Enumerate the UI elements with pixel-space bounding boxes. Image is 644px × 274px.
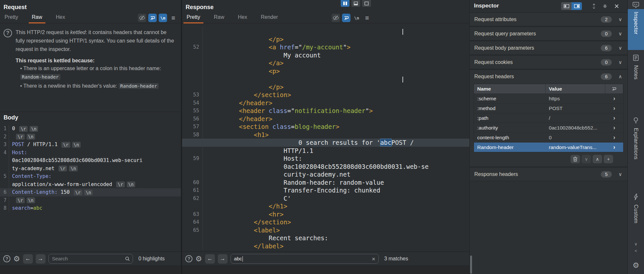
response-code-line[interactable] — [182, 27, 469, 35]
chevron-right-icon[interactable]: › — [605, 105, 623, 112]
move-up-button[interactable]: ∧ — [593, 155, 602, 163]
inspector-section-header-request-cookies[interactable]: Request cookies0∨ — [470, 56, 627, 69]
response-tab-render[interactable]: Render — [260, 13, 278, 23]
rail-tab-inspector[interactable]: Inspector — [628, 9, 644, 50]
response-code-line[interactable]: 55 <header class="notification-header"> — [182, 107, 469, 115]
chevron-right-icon[interactable]: › — [605, 134, 623, 141]
request-code-line[interactable]: 4Host: — [0, 149, 181, 157]
response-code-line[interactable]: curity-academy.net — [182, 170, 469, 179]
response-code-line[interactable]: 53 </section> — [182, 91, 469, 99]
chevron-down-icon[interactable]: ∨ — [618, 17, 623, 22]
response-search-input[interactable]: abc × — [230, 254, 379, 264]
request-code-line[interactable]: 10 \r\n — [0, 125, 181, 133]
request-tab-pretty[interactable]: Pretty — [4, 13, 19, 23]
chevron-up-icon[interactable]: ∧ — [618, 74, 623, 80]
request-tab-raw[interactable]: Raw — [31, 13, 43, 23]
response-code-line[interactable]: </p> — [182, 35, 469, 44]
hide-nonprintable-icon[interactable] — [138, 14, 146, 22]
previous-match-button[interactable]: ← — [23, 254, 33, 264]
request-code-line[interactable]: 8search=abc — [0, 204, 181, 212]
response-code-line[interactable]: 64 </section> — [182, 218, 469, 226]
response-code-line[interactable]: 58 <h1> — [182, 131, 469, 139]
response-code-line[interactable]: HTTP/1.1 — [182, 147, 469, 155]
chevron-right-icon[interactable]: › — [605, 115, 623, 121]
column-header-value[interactable]: Value — [545, 84, 605, 93]
response-code-line[interactable]: My account — [182, 51, 469, 59]
response-code-line[interactable]: </h1> — [182, 202, 469, 210]
rail-tab-notes[interactable]: Notes — [628, 52, 644, 88]
response-code-line[interactable] — [182, 75, 469, 83]
request-code-line[interactable]: ty-academy.net \r\n — [0, 165, 181, 173]
response-code-line[interactable]: </label> — [182, 242, 469, 250]
response-code-line[interactable]: 59 Host: — [182, 155, 469, 163]
column-header-name[interactable]: Name — [474, 84, 545, 93]
header-row-path[interactable]: :path/› — [474, 113, 623, 123]
delete-header-button[interactable] — [571, 155, 580, 163]
word-wrap-icon[interactable] — [342, 14, 350, 22]
response-code-line[interactable]: 60 Random-header: random-value — [182, 179, 469, 187]
collapse-all-icon[interactable] — [602, 2, 608, 10]
columns-layout-button[interactable] — [341, 0, 349, 7]
request-code-line[interactable]: 0ac10028048cb552808d03c600bd0031.web-sec… — [0, 156, 181, 165]
header-row-Random-header[interactable]: Random-headerrandom-valueTrans...› — [474, 142, 623, 152]
chevron-down-icon[interactable]: ∨ — [618, 59, 623, 65]
editor-menu-icon[interactable]: ≡ — [169, 14, 177, 22]
chevron-right-icon[interactable]: › — [605, 95, 623, 102]
header-row-authority[interactable]: :authority0ac10028048cb552...› — [474, 123, 623, 132]
response-code-line[interactable]: 0ac10028048cb552808d03c600bd0031.web-se — [182, 163, 469, 171]
chevron-down-icon[interactable]: ∨ — [618, 45, 623, 51]
response-code-line[interactable]: 52 <a href="/my-account"> — [182, 43, 469, 51]
response-code-line[interactable]: 57 <section class=blog-header> — [182, 123, 469, 131]
request-code-line[interactable]: 5Content-Type: — [0, 172, 181, 181]
help-icon[interactable]: ? — [4, 29, 12, 37]
add-header-button[interactable]: + — [604, 155, 613, 163]
chevron-down-icon[interactable]: ∨ — [618, 171, 623, 177]
rail-tab-explanations[interactable]: Explanations — [628, 114, 644, 181]
maximize-pane-button[interactable] — [362, 0, 371, 7]
request-code-line[interactable]: 7 \r\n — [0, 196, 181, 205]
inspector-section-header-request-body-parameters[interactable]: Request body parameters6∨ — [470, 41, 627, 55]
response-code-line[interactable]: 61 Transfer-Encoding: chunked — [182, 186, 469, 194]
inspector-section-header-request-headers[interactable]: Request headers6∧ — [470, 70, 627, 83]
chevron-right-icon[interactable]: › — [605, 144, 623, 151]
inspector-section-header-request-attributes[interactable]: Request attributes2∨ — [470, 13, 627, 26]
request-code-line[interactable]: 2 \r\n — [0, 133, 181, 141]
help-icon[interactable]: ? — [3, 255, 10, 262]
help-icon[interactable]: ? — [185, 255, 192, 262]
request-search-input[interactable] — [48, 254, 133, 264]
move-down-button[interactable]: ∨ — [582, 155, 591, 163]
chevron-right-icon[interactable]: › — [605, 124, 623, 131]
response-tab-raw[interactable]: Raw — [213, 13, 225, 23]
show-newlines-icon[interactable]: \n — [352, 14, 361, 22]
response-code-line[interactable]: 63 <hr> — [182, 210, 469, 218]
header-row-content-length[interactable]: content-length0› — [474, 132, 623, 142]
word-wrap-icon[interactable] — [148, 14, 157, 22]
response-code-line[interactable]: </a> — [182, 59, 469, 67]
editor-menu-icon[interactable]: ≡ — [363, 14, 371, 22]
next-match-button[interactable]: → — [218, 254, 228, 264]
minimize-pane-button[interactable] — [351, 0, 360, 7]
request-code-line[interactable]: application/x-www-form-urlencoded \r\n — [0, 181, 181, 189]
previous-match-button[interactable]: ← — [205, 254, 215, 264]
response-code-line[interactable]: 56 </header> — [182, 115, 469, 123]
inspector-dock-right-button[interactable] — [572, 2, 582, 10]
header-row-method[interactable]: :methodPOST› — [474, 103, 623, 113]
wrap-column-icon[interactable] — [605, 84, 623, 93]
settings-gear-icon[interactable]: ⚙ — [633, 262, 639, 269]
chevron-down-icon[interactable]: ∨ — [618, 31, 623, 37]
response-code-line[interactable]: 54 </header> — [182, 99, 469, 107]
request-code-line[interactable]: 3POST / HTTP/1.1 \r\n — [0, 141, 181, 149]
response-code-line[interactable]: 62 C' — [182, 194, 469, 203]
request-body-editor[interactable]: 10 \r\n2 \r\n3POST / HTTP/1.1 \r\n4Host:… — [0, 125, 181, 212]
response-code-line[interactable]: Recent searches: — [182, 234, 469, 242]
chevron-down-icon[interactable]: ∨ — [634, 242, 637, 246]
search-settings-gear-icon[interactable]: ⚙ — [13, 255, 20, 263]
chevron-left-icon[interactable]: < — [635, 248, 637, 253]
rail-tab-custom[interactable]: Custom — [628, 191, 644, 236]
close-icon[interactable] — [613, 2, 620, 10]
response-code-line[interactable]: <p> — [182, 67, 469, 75]
search-settings-gear-icon[interactable]: ⚙ — [195, 255, 202, 263]
expand-all-icon[interactable] — [591, 2, 597, 10]
response-code-line[interactable]: 65 <label> — [182, 226, 469, 234]
next-match-button[interactable]: → — [36, 254, 46, 264]
